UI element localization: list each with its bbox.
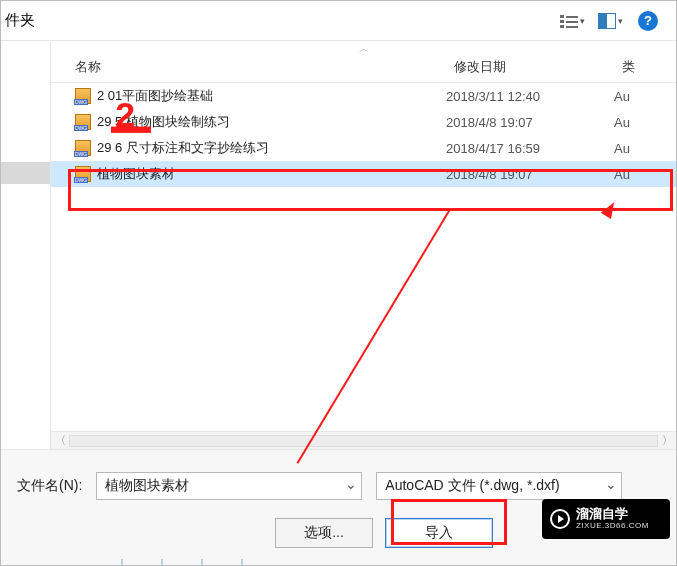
svg-rect-1: [111, 127, 151, 133]
file-type: Au: [614, 167, 674, 182]
watermark-subtitle: ZIXUE.3D66.COM: [576, 522, 649, 531]
file-date: 2018/4/8 19:07: [446, 115, 614, 130]
scroll-track[interactable]: [69, 435, 658, 447]
preview-pane-button[interactable]: [592, 7, 628, 35]
list-icon: [560, 13, 578, 29]
filetype-value: AutoCAD 文件 (*.dwg, *.dxf): [385, 477, 559, 495]
options-button[interactable]: 选项...: [275, 518, 373, 548]
file-row[interactable]: 29 6 尺寸标注和文字抄绘练习 2018/4/17 16:59 Au: [51, 135, 676, 161]
file-type: Au: [614, 115, 674, 130]
view-mode-button[interactable]: [554, 7, 590, 35]
file-list: 2 01平面图抄绘基础 2018/3/11 12:40 Au 29 5 植物图块…: [51, 83, 676, 449]
dwg-file-icon: [75, 114, 91, 130]
watermark-title: 溜溜自学: [576, 507, 649, 521]
dwg-file-icon: [75, 166, 91, 182]
file-date: 2018/3/11 12:40: [446, 89, 614, 104]
column-header-date[interactable]: 修改日期: [446, 52, 614, 82]
annotation-step-2-icon: 2: [111, 93, 153, 135]
dwg-file-icon: [75, 88, 91, 104]
dwg-file-icon: [75, 140, 91, 156]
play-icon: [550, 509, 570, 529]
help-button[interactable]: ?: [630, 7, 666, 35]
filetype-combobox[interactable]: AutoCAD 文件 (*.dwg, *.dxf): [376, 472, 622, 500]
file-type: Au: [614, 141, 674, 156]
toolbar: 件夹 ?: [1, 1, 676, 41]
file-name: 29 6 尺寸标注和文字抄绘练习: [97, 139, 446, 157]
column-headers[interactable]: 名称 修改日期 类: [51, 52, 676, 83]
column-header-name[interactable]: 名称: [51, 52, 446, 82]
sidebar-selected-item[interactable]: [1, 162, 50, 184]
decoration-hatch: [121, 559, 256, 565]
collapse-caret-icon[interactable]: ︿: [51, 42, 676, 52]
scroll-right-icon[interactable]: 〉: [658, 432, 676, 450]
file-name: 植物图块素材: [97, 165, 446, 183]
filename-value: 植物图块素材: [105, 477, 189, 495]
file-date: 2018/4/17 16:59: [446, 141, 614, 156]
nav-sidebar[interactable]: [1, 42, 51, 449]
body-area: ︿ 名称 修改日期 类 2 01平面图抄绘基础 2018/3/11 12:40 …: [1, 42, 676, 449]
help-icon: ?: [638, 11, 658, 31]
file-date: 2018/4/8 19:07: [446, 167, 614, 182]
scroll-left-icon[interactable]: 〈: [51, 432, 69, 450]
watermark-badge: 溜溜自学 ZIXUE.3D66.COM: [542, 499, 670, 539]
file-type: Au: [614, 89, 674, 104]
horizontal-scrollbar[interactable]: 〈 〉: [51, 431, 676, 449]
preview-pane-icon: [598, 13, 616, 29]
column-header-type[interactable]: 类: [614, 52, 674, 82]
filename-label: 文件名(N):: [17, 477, 82, 495]
import-button[interactable]: 导入: [385, 518, 493, 548]
filename-combobox[interactable]: 植物图块素材: [96, 472, 362, 500]
path-fragment: 件夹: [5, 11, 35, 30]
file-row-selected[interactable]: 植物图块素材 2018/4/8 19:07 Au: [51, 161, 676, 187]
